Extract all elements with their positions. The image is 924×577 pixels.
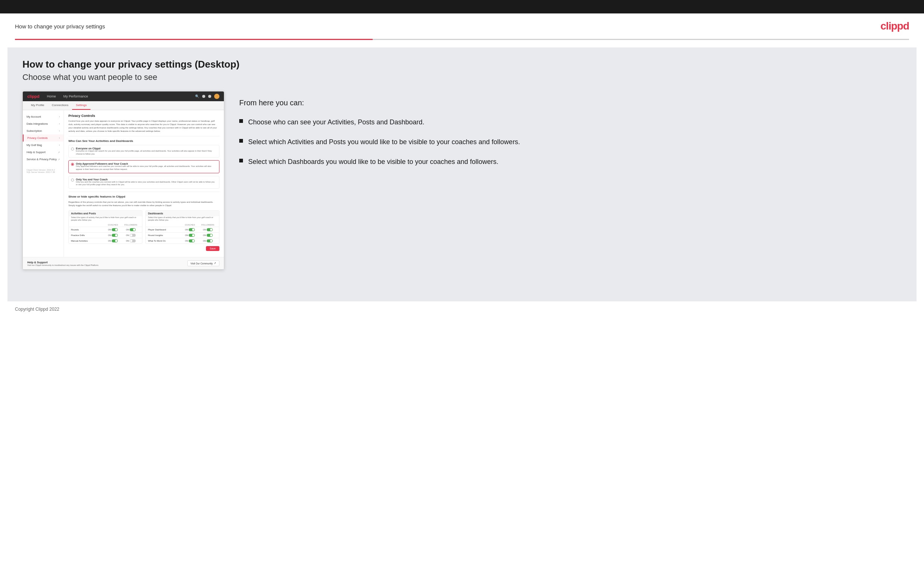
- toggle-pill-rounds-followers: [130, 228, 136, 231]
- radio-coach-desc: Only you and the coaches you connect wit…: [76, 181, 217, 186]
- toggle-pill-rounds-coaches: [112, 228, 118, 231]
- tab-myprofile[interactable]: My Profile: [27, 101, 48, 110]
- privacy-controls-title: Privacy Controls: [68, 114, 220, 118]
- bullet-square-2: [239, 139, 243, 143]
- toggle-row-player: Player Dashboard ON ON: [146, 227, 219, 232]
- radio-circle-followers: [71, 163, 74, 166]
- bell-icon: [208, 95, 211, 98]
- toggle-group-drills: ON ON: [104, 234, 140, 237]
- coaches-col-header: COACHES: [104, 224, 122, 226]
- toggle-whattodo-followers[interactable]: ON: [203, 239, 213, 242]
- radio-coach-only[interactable]: Only You and Your Coach Only you and the…: [68, 176, 220, 189]
- screenshot-mockup: clippd Home My Performance 🔍 My Profile …: [23, 91, 224, 270]
- toggle-pill-ri-followers: [207, 234, 213, 237]
- sidebar-item-privacy[interactable]: Privacy Controls ›: [23, 134, 63, 142]
- toggle-roundinsights-coaches[interactable]: ON: [185, 234, 195, 237]
- help-title: Help & Support: [27, 261, 99, 264]
- radio-everyone-content: Everyone on Clippd Everyone on Clippd ca…: [76, 147, 217, 155]
- sidebar-item-help[interactable]: Help & Support ↗: [23, 148, 63, 156]
- chevron-right-icon: ›: [59, 144, 60, 147]
- radio-coach-label: Only You and Your Coach: [76, 178, 217, 181]
- chevron-right-icon: ›: [59, 115, 60, 118]
- toggle-player-followers[interactable]: ON: [203, 228, 213, 231]
- radio-followers-label: Only Approved Followers and Your Coach: [76, 163, 217, 165]
- divider2: [68, 192, 220, 192]
- toggle-manual-coaches[interactable]: ON: [108, 239, 118, 242]
- sidebar-item-policy[interactable]: Service & Privacy Policy ↗: [23, 156, 63, 163]
- ext-link-icon: ↗: [214, 262, 216, 265]
- toggle-label-roundinsights: Round Insights: [148, 234, 181, 236]
- toggle-pill-player-coaches: [189, 228, 195, 231]
- sidebar-label-privacy: Privacy Controls: [27, 136, 48, 140]
- toggle-rounds-coaches[interactable]: ON: [108, 228, 118, 231]
- right-panel: From here you can: Choose who can see yo…: [239, 91, 901, 167]
- toggle-drills-coaches[interactable]: ON: [108, 234, 118, 237]
- toggle-row-whattodo: What To Work On ON ON: [146, 238, 219, 243]
- radio-coach-content: Only You and Your Coach Only you and the…: [76, 178, 217, 186]
- toggle-drills-followers[interactable]: ON: [126, 234, 136, 237]
- content-layout: clippd Home My Performance 🔍 My Profile …: [23, 91, 901, 270]
- radio-followers-desc: Only approved followers and coaches you …: [76, 165, 217, 171]
- radio-followers[interactable]: Only Approved Followers and Your Coach O…: [68, 160, 220, 173]
- sidebar-label-policy: Service & Privacy Policy: [27, 158, 57, 161]
- radio-everyone[interactable]: Everyone on Clippd Everyone on Clippd ca…: [68, 145, 220, 158]
- page-subheading: Choose what you want people to see: [23, 73, 901, 82]
- tab-connections[interactable]: Connections: [48, 101, 72, 110]
- chevron-right-icon: ›: [59, 130, 60, 132]
- bullet-text-3: Select which Dashboards you would like t…: [248, 157, 498, 166]
- mockup-logo: clippd: [27, 94, 39, 98]
- followers-col-header2: FOLLOWERS: [199, 224, 217, 226]
- toggle-roundinsights-followers[interactable]: ON: [203, 234, 213, 237]
- toggle-label-whattodo: What To Work On: [148, 240, 181, 242]
- activities-table: Activities and Posts Select the types of…: [68, 210, 142, 244]
- toggle-rounds-followers[interactable]: ON: [126, 228, 136, 231]
- help-desc: Visit our Clippd community to troublesho…: [27, 264, 99, 266]
- mockup-nav-icons: 🔍: [195, 94, 220, 99]
- sidebar-item-data[interactable]: Data Integrations ›: [23, 120, 63, 127]
- mockup-navbar: clippd Home My Performance 🔍: [23, 92, 224, 101]
- page-heading: How to change your privacy settings (Des…: [23, 59, 901, 70]
- sidebar-item-golfbag[interactable]: My Golf Bag ›: [23, 142, 63, 148]
- bullet-square-3: [239, 159, 243, 163]
- show-hide-title: Show or hide specific features in Clippd: [68, 195, 220, 198]
- toggle-pill-player-followers: [207, 228, 213, 231]
- show-hide-desc: Regardless of the privacy controls that …: [68, 201, 220, 207]
- save-row: Save: [68, 244, 220, 253]
- sidebar-item-account[interactable]: My Account ›: [23, 113, 63, 120]
- toggle-pill-wt-coaches: [189, 239, 195, 242]
- mockup-sidebar: My Account › Data Integrations › Subscri…: [23, 110, 64, 257]
- chevron-right-icon: ›: [59, 122, 60, 125]
- who-can-see-title: Who Can See Your Activities and Dashboar…: [68, 139, 220, 143]
- sidebar-item-subscription[interactable]: Subscription ›: [23, 127, 63, 134]
- toggle-group-rounds: ON ON: [104, 228, 140, 231]
- toggle-group-whattodo: ON ON: [181, 239, 217, 242]
- toggle-whattodo-coaches[interactable]: ON: [185, 239, 195, 242]
- bullet-text-2: Select which Activities and Posts you wo…: [248, 137, 520, 147]
- help-text-block: Help & Support Visit our Clippd communit…: [27, 261, 99, 266]
- ext-icon: ↗: [58, 151, 60, 153]
- dashboards-table: Dashboards Select the types of activity …: [145, 210, 220, 244]
- toggle-pill-manual-followers: [130, 239, 136, 242]
- activities-table-desc: Select the types of activity that you'd …: [69, 216, 142, 223]
- sidebar-label-help: Help & Support: [27, 150, 45, 154]
- tab-settings[interactable]: Settings: [72, 101, 90, 110]
- main-content: How to change your privacy settings (Des…: [8, 47, 916, 301]
- mockup-main-panel: Privacy Controls Control how you and you…: [64, 110, 224, 257]
- radio-followers-content: Only Approved Followers and Your Coach O…: [76, 163, 217, 171]
- sidebar-label-data: Data Integrations: [27, 122, 48, 126]
- avatar: [214, 94, 220, 99]
- toggle-group-manual: ON ON: [104, 239, 140, 242]
- footer: Copyright Clippd 2022: [0, 301, 924, 317]
- visit-community-label: Visit Our Community: [191, 262, 213, 265]
- radio-circle-everyone: [71, 148, 74, 150]
- save-button[interactable]: Save: [206, 246, 220, 251]
- toggle-manual-followers[interactable]: ON: [126, 239, 136, 242]
- dots-icon: [202, 95, 205, 98]
- bullet-item-3: Select which Dashboards you would like t…: [239, 157, 901, 166]
- header: How to change your privacy settings clip…: [0, 13, 924, 39]
- toggle-row-manual: Manual Activities ON ON: [69, 238, 142, 243]
- toggle-label-player: Player Dashboard: [148, 229, 181, 231]
- visit-community-button[interactable]: Visit Our Community ↗: [187, 260, 220, 266]
- dashboards-table-header: Dashboards: [146, 211, 219, 216]
- toggle-player-coaches[interactable]: ON: [185, 228, 195, 231]
